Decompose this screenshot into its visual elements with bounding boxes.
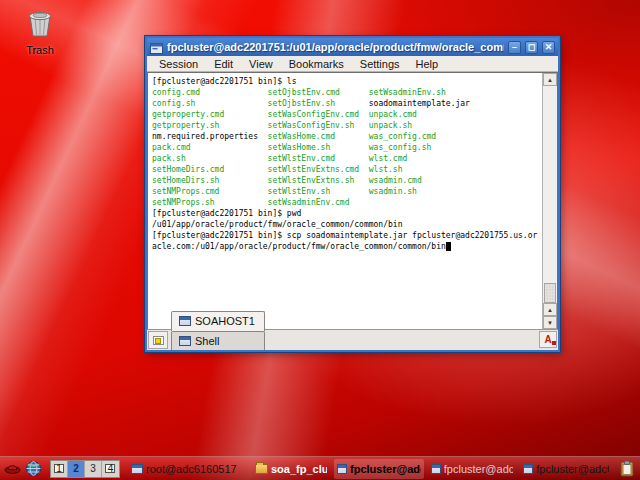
session-list-button[interactable]: A [539, 331, 557, 348]
terminal-icon [431, 464, 441, 474]
taskbar-button[interactable]: fpcluster@adc220 [428, 459, 516, 479]
terminal-text-segment: setOjbstEnv.sh [268, 99, 369, 108]
terminal-text-segment: setWlstEnvExtns.sh [268, 176, 369, 185]
scroll-up-icon[interactable]: ▲ [543, 73, 557, 86]
menu-item-help[interactable]: Help [408, 58, 447, 70]
clipboard-klipper-icon[interactable] [619, 460, 636, 477]
tab-shell[interactable]: Shell [171, 331, 265, 350]
pager-desktop-3[interactable]: 3 [85, 461, 102, 477]
terminal-text-segment: pack.cmd [152, 143, 268, 152]
terminal-text-segment: setNMProps.sh [152, 198, 268, 207]
terminal-text-segment: wlst.sh [369, 165, 403, 174]
terminal-text-segment: wsadmin.cmd [369, 176, 422, 185]
trash-icon [23, 24, 57, 41]
terminal-text-segment: setNMProps.cmd [152, 187, 268, 196]
scrollbar-thumb[interactable] [544, 283, 556, 303]
terminal-line: /u01/app/oracle/product/fmw/oracle_commo… [152, 219, 542, 230]
menu-item-settings[interactable]: Settings [352, 58, 408, 70]
window-titlebar[interactable]: fpcluster@adc2201751:/u01/app/oracle/pro… [147, 38, 558, 56]
terminal-text-segment: [fpcluster@adc2201751 bin]$ ls [152, 77, 297, 86]
scroll-down-icon[interactable]: ▼ [543, 316, 557, 329]
terminal-line: pack.sh setWlstEnv.cmd wlst.cmd [152, 153, 542, 164]
terminal-line: setNMProps.sh setWsadminEnv.cmd [152, 197, 542, 208]
pager-number: 2 [73, 463, 79, 474]
terminal-text-segment: wsadmin.sh [369, 187, 417, 196]
trash-desktop-icon[interactable]: Trash [14, 8, 66, 56]
trash-label: Trash [14, 44, 66, 56]
terminal-text-segment: setWlstEnvExtns.cmd [268, 165, 369, 174]
terminal-line: getproperty.sh setWasConfigEnv.sh unpack… [152, 120, 542, 131]
scroll-up-bottom-icon[interactable]: ▲ [543, 303, 557, 316]
terminal-line: acle.com:/u01/app/oracle/product/fmw/ora… [152, 241, 542, 252]
terminal-line: [fpcluster@adc2201751 bin]$ pwd [152, 208, 542, 219]
konsole-window-icon [150, 41, 163, 54]
taskbar-button-label: fpcluster@adc22 [350, 463, 421, 475]
tab-label: Shell [195, 335, 219, 347]
konsole-window: fpcluster@adc2201751:/u01/app/oracle/pro… [145, 36, 560, 352]
taskbar-button-label: soa_fp_cluster - K [271, 463, 327, 475]
terminal-text-segment: soadomaintemplate.jar [369, 99, 470, 108]
terminal-line: config.sh setOjbstEnv.sh soadomaintempla… [152, 98, 542, 109]
terminal-line: pack.cmd setWasHome.sh was_config.sh [152, 142, 542, 153]
terminal-line: setNMProps.cmd setWlstEnv.sh wsadmin.sh [152, 186, 542, 197]
scrollbar-track[interactable] [543, 86, 557, 283]
terminal-line: setHomeDirs.cmd setWlstEnvExtns.cmd wlst… [152, 164, 542, 175]
terminal-icon [337, 464, 347, 474]
terminal-line: getproperty.cmd setWasConfigEnv.cmd unpa… [152, 109, 542, 120]
pager-desktop-2[interactable]: 2 [68, 461, 85, 477]
menu-item-view[interactable]: View [241, 58, 281, 70]
terminal-text-segment: was_config.cmd [369, 132, 436, 141]
terminal-text-segment: setWasHome.sh [268, 143, 369, 152]
session-tab-bar: SOAHOST1Shell A [147, 329, 558, 350]
new-session-icon [153, 336, 164, 345]
tab-label: SOAHOST1 [195, 315, 255, 327]
terminal-text-segment: setHomeDirs.sh [152, 176, 268, 185]
terminal-icon [131, 464, 143, 474]
taskbar-button[interactable]: root@adc6160517 [128, 459, 248, 479]
terminal-text-segment: setWasConfigEnv.cmd [268, 110, 369, 119]
terminal-text-segment: getproperty.cmd [152, 110, 268, 119]
terminal-scrollbar[interactable]: ▲ ▲ ▼ [542, 73, 557, 329]
terminal-text-segment: nm.required.properties [152, 132, 268, 141]
terminal-text-segment: getproperty.sh [152, 121, 268, 130]
terminal-text-segment: setOjbstEnv.cmd [268, 88, 369, 97]
taskbar-button-label: fpcluster@adc614 [536, 463, 609, 475]
terminal-tab-icon [179, 336, 191, 346]
taskbar-button[interactable]: fpcluster@adc22 [334, 459, 424, 479]
terminal-output[interactable]: [fpcluster@adc2201751 bin]$ lsconfig.cmd… [148, 73, 542, 329]
menu-bar: SessionEditViewBookmarksSettingsHelp [147, 56, 558, 72]
taskbar: 1234 root@adc6160517soa_fp_cluster - Kfp… [0, 456, 640, 480]
terminal-text-segment: config.cmd [152, 88, 268, 97]
pager-number: 4 [108, 463, 114, 474]
terminal-text-segment: [fpcluster@adc2201751 bin]$ pwd [152, 209, 301, 218]
session-list-icon: A [544, 335, 551, 345]
web-browser-icon[interactable] [25, 460, 42, 477]
menu-item-bookmarks[interactable]: Bookmarks [281, 58, 352, 70]
terminal-line: [fpcluster@adc2201751 bin]$ scp soadomai… [152, 230, 542, 241]
pager-desktop-1[interactable]: 1 [51, 461, 68, 477]
pager-desktop-4[interactable]: 4 [102, 461, 119, 477]
pager-number: 1 [56, 463, 62, 474]
terminal-text-segment: unpack.cmd [369, 110, 417, 119]
terminal-text-segment: config.sh [152, 99, 268, 108]
start-menu-icon[interactable] [4, 460, 21, 477]
close-button[interactable]: ✕ [542, 41, 555, 54]
minimize-button[interactable]: – [508, 41, 521, 54]
terminal-icon [523, 464, 533, 474]
tab-soahost1[interactable]: SOAHOST1 [171, 311, 265, 331]
taskbar-button[interactable]: soa_fp_cluster - K [252, 459, 330, 479]
new-session-button[interactable] [148, 331, 168, 349]
taskbar-button-label: fpcluster@adc220 [444, 463, 513, 475]
terminal-text-segment: acle.com:/u01/app/oracle/product/fmw/ora… [152, 242, 446, 251]
maximize-button[interactable]: ◻ [525, 41, 538, 54]
terminal-line: nm.required.properties setWasHome.cmd wa… [152, 131, 542, 142]
terminal-text-segment: setWsadminEnv.cmd [268, 198, 350, 207]
terminal-line: setHomeDirs.sh setWlstEnvExtns.sh wsadmi… [152, 175, 542, 186]
taskbar-button[interactable]: fpcluster@adc614 [520, 459, 612, 479]
folder-icon [255, 464, 268, 474]
terminal-text-segment: /u01/app/oracle/product/fmw/oracle_commo… [152, 220, 402, 229]
menu-item-session[interactable]: Session [151, 58, 206, 70]
terminal-tab-icon [179, 316, 191, 326]
menu-item-edit[interactable]: Edit [206, 58, 241, 70]
terminal-text-segment: [fpcluster@adc2201751 bin]$ scp soadomai… [152, 231, 537, 240]
